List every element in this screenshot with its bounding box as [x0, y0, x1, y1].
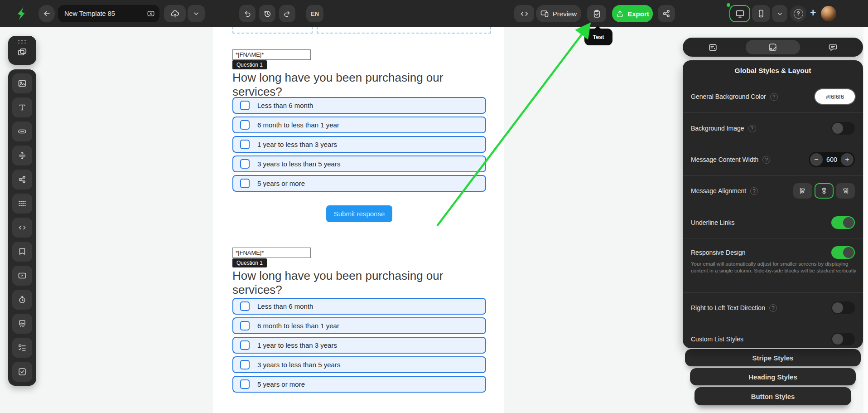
- answer-option[interactable]: 6 month to less than 1 year: [232, 117, 486, 133]
- merge-tag-input[interactable]: [232, 248, 311, 258]
- background-image-toggle[interactable]: [831, 122, 855, 135]
- desktop-view-button[interactable]: [729, 5, 750, 22]
- text-block-button[interactable]: [12, 97, 32, 117]
- invite-plus-icon[interactable]: +: [810, 7, 816, 19]
- global-styles-panel: Global Styles & Layout General Backgroun…: [683, 60, 863, 348]
- form-block-button[interactable]: [12, 362, 32, 382]
- answer-option[interactable]: 6 month to less than 1 year: [232, 317, 486, 334]
- menu-icon: [17, 343, 27, 353]
- export-button[interactable]: Export: [612, 5, 653, 22]
- tab-comments[interactable]: [806, 40, 860, 54]
- checkbox[interactable]: [240, 140, 250, 149]
- help-button[interactable]: ?: [790, 5, 806, 22]
- increase-width-button[interactable]: +: [841, 153, 854, 166]
- spacer-icon: [17, 151, 27, 160]
- question-tag: Question 1: [232, 258, 267, 267]
- back-button[interactable]: [39, 5, 55, 22]
- checkbox[interactable]: [240, 379, 250, 389]
- answer-option[interactable]: 5 years or more: [232, 175, 486, 192]
- help-icon[interactable]: ?: [750, 187, 758, 195]
- question-heading[interactable]: How long have you been purchasing our se…: [232, 269, 495, 297]
- language-button[interactable]: EN: [306, 5, 323, 22]
- redo-button[interactable]: [279, 5, 295, 22]
- responsive-description: Your email will automatically adjust for…: [691, 261, 857, 274]
- device-options-button[interactable]: [772, 5, 787, 22]
- social-block-button[interactable]: [12, 170, 32, 189]
- checkbox[interactable]: [240, 321, 250, 330]
- checkbox[interactable]: [240, 301, 250, 311]
- custom-list-toggle[interactable]: [831, 333, 855, 345]
- merge-tag-input[interactable]: [232, 49, 311, 60]
- question-heading[interactable]: How long have you been purchasing our se…: [232, 71, 495, 99]
- preview-button[interactable]: Preview: [536, 5, 581, 22]
- setting-label: Right to Left Text Direction?: [691, 304, 777, 312]
- answer-option-label: 5 years or more: [257, 380, 305, 388]
- share-button[interactable]: [658, 5, 675, 22]
- app-logo-icon[interactable]: [14, 6, 29, 21]
- image-block-button[interactable]: [12, 73, 32, 93]
- form-checkbox-icon: [17, 367, 27, 377]
- spacer-block-button[interactable]: [12, 146, 32, 165]
- section-stripe-styles[interactable]: Stripe Styles: [685, 349, 861, 366]
- test-button[interactable]: [587, 5, 606, 22]
- answer-option[interactable]: 1 year to less than 3 years: [232, 136, 486, 153]
- template-name-input[interactable]: [58, 5, 159, 22]
- chevron-down-icon: [192, 10, 200, 18]
- html-block-button[interactable]: [12, 218, 32, 238]
- drag-handle-icon[interactable]: [8, 36, 36, 44]
- undo-button[interactable]: [239, 5, 256, 22]
- section-heading-styles[interactable]: Heading Styles: [690, 368, 856, 385]
- history-button[interactable]: [259, 5, 275, 22]
- clear-name-icon[interactable]: [147, 10, 155, 18]
- checkbox[interactable]: [240, 360, 250, 369]
- help-icon[interactable]: ?: [769, 304, 777, 312]
- code-view-button[interactable]: [514, 5, 534, 22]
- carousel-block-button[interactable]: [12, 314, 32, 334]
- checkbox[interactable]: [240, 179, 250, 188]
- underline-links-toggle[interactable]: [831, 216, 855, 229]
- settings-tabbar: [683, 38, 863, 57]
- answer-option[interactable]: 1 year to less than 3 years: [232, 337, 486, 354]
- checkbox[interactable]: [240, 120, 250, 130]
- avatar[interactable]: [821, 6, 836, 21]
- stripe-block-button[interactable]: [12, 194, 32, 214]
- answer-option-label: Less than 6 month: [257, 302, 313, 310]
- checkbox[interactable]: [240, 101, 250, 110]
- align-right-button[interactable]: [836, 183, 855, 199]
- answer-option[interactable]: 3 years to less than 5 years: [232, 155, 486, 172]
- blocks-sidebar: [8, 69, 36, 386]
- submit-response-button[interactable]: Submit response: [326, 205, 392, 222]
- banner-block-button[interactable]: [12, 242, 32, 262]
- mobile-view-button[interactable]: [752, 5, 770, 22]
- decrease-width-button[interactable]: −: [810, 153, 823, 166]
- answer-option[interactable]: 5 years or more: [232, 376, 486, 393]
- tab-appearance[interactable]: [746, 40, 800, 54]
- timer-block-button[interactable]: [12, 290, 32, 310]
- scrollbar[interactable]: [863, 27, 868, 413]
- tab-message-settings[interactable]: [685, 40, 740, 54]
- answer-option[interactable]: 3 years to less than 5 years: [232, 356, 486, 373]
- align-center-button[interactable]: [815, 183, 834, 199]
- video-block-button[interactable]: [12, 266, 32, 286]
- video-icon: [17, 271, 27, 281]
- background-color-value[interactable]: #f6f6f6: [815, 89, 855, 104]
- section-button-styles[interactable]: Button Styles: [694, 387, 851, 405]
- responsive-design-toggle[interactable]: [831, 246, 855, 259]
- appearance-icon: [768, 43, 777, 52]
- answer-option[interactable]: Less than 6 month: [232, 298, 486, 315]
- help-icon[interactable]: ?: [748, 125, 756, 132]
- rtl-toggle[interactable]: [831, 301, 855, 314]
- preview-devices-icon: [540, 9, 550, 18]
- back-icon: [42, 9, 51, 18]
- checkbox[interactable]: [240, 159, 250, 169]
- structures-icon[interactable]: [17, 47, 27, 57]
- align-left-button[interactable]: [793, 183, 812, 199]
- button-block-button[interactable]: [12, 121, 32, 141]
- upload-options-button[interactable]: [188, 5, 205, 22]
- menu-block-button[interactable]: [12, 338, 32, 358]
- help-icon[interactable]: ?: [762, 156, 770, 164]
- answer-option[interactable]: Less than 6 month: [232, 97, 486, 114]
- checkbox[interactable]: [240, 340, 250, 350]
- help-icon[interactable]: ?: [770, 93, 778, 101]
- save-upload-button[interactable]: [164, 5, 186, 22]
